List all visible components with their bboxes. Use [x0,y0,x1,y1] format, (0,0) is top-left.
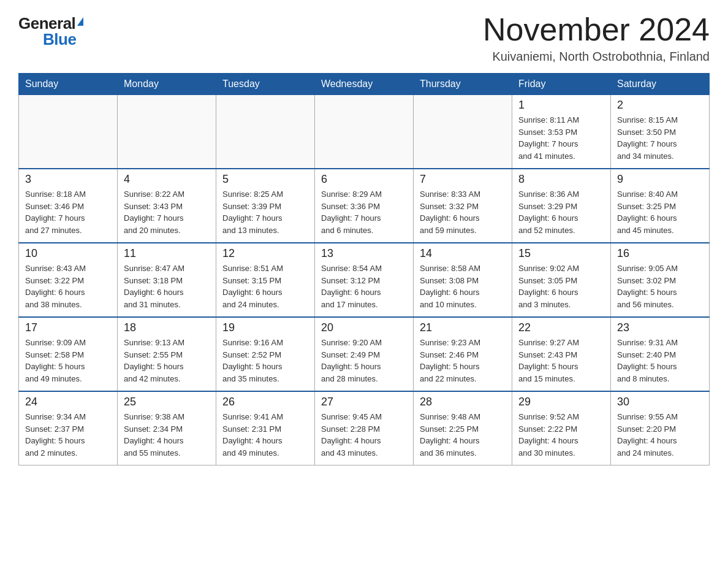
day-number: 16 [617,247,703,260]
day-info: Sunrise: 9:20 AMSunset: 2:49 PMDaylight:… [321,337,407,385]
calendar-header-row: SundayMondayTuesdayWednesdayThursdayFrid… [19,74,710,95]
calendar-cell: 1Sunrise: 8:11 AMSunset: 3:53 PMDaylight… [512,95,611,169]
day-info: Sunrise: 8:18 AMSunset: 3:46 PMDaylight:… [25,188,111,236]
calendar-header-saturday: Saturday [611,74,710,95]
calendar-cell: 18Sunrise: 9:13 AMSunset: 2:55 PMDayligh… [118,317,216,391]
day-info: Sunrise: 9:34 AMSunset: 2:37 PMDaylight:… [25,411,111,459]
day-number: 10 [25,247,111,260]
day-number: 12 [222,247,308,260]
calendar-cell: 20Sunrise: 9:20 AMSunset: 2:49 PMDayligh… [315,317,414,391]
calendar-table: SundayMondayTuesdayWednesdayThursdayFrid… [18,73,710,465]
day-number: 21 [420,321,506,334]
day-info: Sunrise: 8:36 AMSunset: 3:29 PMDaylight:… [518,188,604,236]
day-info: Sunrise: 9:41 AMSunset: 2:31 PMDaylight:… [222,411,308,459]
calendar-week-row: 17Sunrise: 9:09 AMSunset: 2:58 PMDayligh… [19,317,710,391]
day-number: 13 [321,247,407,260]
calendar-header-wednesday: Wednesday [315,74,414,95]
calendar-cell: 29Sunrise: 9:52 AMSunset: 2:22 PMDayligh… [512,391,611,465]
calendar-cell: 26Sunrise: 9:41 AMSunset: 2:31 PMDayligh… [216,391,315,465]
day-info: Sunrise: 9:02 AMSunset: 3:05 PMDaylight:… [518,262,604,310]
calendar-header-tuesday: Tuesday [216,74,315,95]
day-info: Sunrise: 9:16 AMSunset: 2:52 PMDaylight:… [222,337,308,385]
calendar-cell: 8Sunrise: 8:36 AMSunset: 3:29 PMDaylight… [512,169,611,243]
day-number: 23 [617,321,703,334]
day-info: Sunrise: 9:45 AMSunset: 2:28 PMDaylight:… [321,411,407,459]
day-info: Sunrise: 8:51 AMSunset: 3:15 PMDaylight:… [222,262,308,310]
day-number: 3 [25,173,111,186]
calendar-cell [315,95,414,169]
calendar-cell: 24Sunrise: 9:34 AMSunset: 2:37 PMDayligh… [19,391,118,465]
calendar-cell: 15Sunrise: 9:02 AMSunset: 3:05 PMDayligh… [512,243,611,317]
day-number: 24 [25,396,111,408]
calendar-cell [19,95,118,169]
calendar-cell: 7Sunrise: 8:33 AMSunset: 3:32 PMDaylight… [414,169,512,243]
day-info: Sunrise: 9:27 AMSunset: 2:43 PMDaylight:… [518,337,604,385]
calendar-cell: 19Sunrise: 9:16 AMSunset: 2:52 PMDayligh… [216,317,315,391]
calendar-cell: 22Sunrise: 9:27 AMSunset: 2:43 PMDayligh… [512,317,611,391]
day-number: 1 [518,99,604,112]
calendar-header-thursday: Thursday [414,74,512,95]
calendar-cell: 14Sunrise: 8:58 AMSunset: 3:08 PMDayligh… [414,243,512,317]
day-number: 6 [321,173,407,186]
calendar-cell: 10Sunrise: 8:43 AMSunset: 3:22 PMDayligh… [19,243,118,317]
day-info: Sunrise: 9:38 AMSunset: 2:34 PMDaylight:… [124,411,210,459]
day-info: Sunrise: 9:55 AMSunset: 2:20 PMDaylight:… [617,411,703,459]
day-info: Sunrise: 9:13 AMSunset: 2:55 PMDaylight:… [124,337,210,385]
day-number: 29 [518,396,604,408]
calendar-cell: 21Sunrise: 9:23 AMSunset: 2:46 PMDayligh… [414,317,512,391]
calendar-header-friday: Friday [512,74,611,95]
calendar-cell: 12Sunrise: 8:51 AMSunset: 3:15 PMDayligh… [216,243,315,317]
logo-blue: Blue [43,31,76,47]
calendar-cell [118,95,216,169]
day-info: Sunrise: 9:05 AMSunset: 3:02 PMDaylight:… [617,262,703,310]
calendar-header-monday: Monday [118,74,216,95]
logo: General Blue [18,12,83,47]
day-info: Sunrise: 8:54 AMSunset: 3:12 PMDaylight:… [321,262,407,310]
day-number: 8 [518,173,604,186]
calendar-week-row: 24Sunrise: 9:34 AMSunset: 2:37 PMDayligh… [19,391,710,465]
day-number: 22 [518,321,604,334]
calendar-cell [414,95,512,169]
day-number: 27 [321,396,407,408]
day-info: Sunrise: 9:48 AMSunset: 2:25 PMDaylight:… [420,411,506,459]
calendar-cell: 4Sunrise: 8:22 AMSunset: 3:43 PMDaylight… [118,169,216,243]
calendar-week-row: 1Sunrise: 8:11 AMSunset: 3:53 PMDaylight… [19,95,710,169]
calendar-cell: 13Sunrise: 8:54 AMSunset: 3:12 PMDayligh… [315,243,414,317]
day-info: Sunrise: 8:15 AMSunset: 3:50 PMDaylight:… [617,114,703,162]
day-number: 26 [222,396,308,408]
day-info: Sunrise: 8:22 AMSunset: 3:43 PMDaylight:… [124,188,210,236]
calendar-cell: 9Sunrise: 8:40 AMSunset: 3:25 PMDaylight… [611,169,710,243]
title-section: November 2024 Kuivaniemi, North Ostrobot… [483,12,710,64]
day-info: Sunrise: 8:40 AMSunset: 3:25 PMDaylight:… [617,188,703,236]
day-info: Sunrise: 9:52 AMSunset: 2:22 PMDaylight:… [518,411,604,459]
logo-general: General [18,15,75,31]
calendar-cell: 16Sunrise: 9:05 AMSunset: 3:02 PMDayligh… [611,243,710,317]
calendar-cell: 11Sunrise: 8:47 AMSunset: 3:18 PMDayligh… [118,243,216,317]
calendar-cell: 23Sunrise: 9:31 AMSunset: 2:40 PMDayligh… [611,317,710,391]
day-number: 2 [617,99,703,112]
day-number: 18 [124,321,210,334]
logo-triangle-icon [77,17,83,26]
day-number: 7 [420,173,506,186]
day-number: 17 [25,321,111,334]
day-number: 20 [321,321,407,334]
day-info: Sunrise: 8:58 AMSunset: 3:08 PMDaylight:… [420,262,506,310]
calendar-week-row: 10Sunrise: 8:43 AMSunset: 3:22 PMDayligh… [19,243,710,317]
day-info: Sunrise: 8:43 AMSunset: 3:22 PMDaylight:… [25,262,111,310]
day-info: Sunrise: 9:31 AMSunset: 2:40 PMDaylight:… [617,337,703,385]
day-number: 28 [420,396,506,408]
day-number: 15 [518,247,604,260]
calendar-cell: 17Sunrise: 9:09 AMSunset: 2:58 PMDayligh… [19,317,118,391]
day-number: 14 [420,247,506,260]
day-number: 30 [617,396,703,408]
day-number: 5 [222,173,308,186]
day-info: Sunrise: 8:25 AMSunset: 3:39 PMDaylight:… [222,188,308,236]
day-number: 4 [124,173,210,186]
calendar-cell: 2Sunrise: 8:15 AMSunset: 3:50 PMDaylight… [611,95,710,169]
calendar-title: November 2024 [483,12,710,47]
calendar-cell: 3Sunrise: 8:18 AMSunset: 3:46 PMDaylight… [19,169,118,243]
calendar-cell: 25Sunrise: 9:38 AMSunset: 2:34 PMDayligh… [118,391,216,465]
day-number: 25 [124,396,210,408]
calendar-week-row: 3Sunrise: 8:18 AMSunset: 3:46 PMDaylight… [19,169,710,243]
day-info: Sunrise: 8:47 AMSunset: 3:18 PMDaylight:… [124,262,210,310]
